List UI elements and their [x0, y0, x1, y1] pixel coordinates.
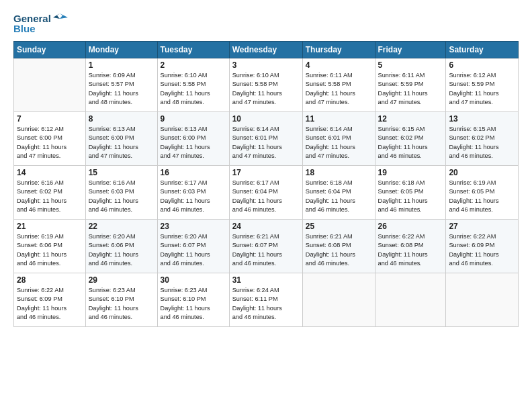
- page-header: General Blue: [13, 12, 519, 34]
- col-header-wednesday: Wednesday: [229, 42, 302, 58]
- day-info: Sunrise: 6:14 AM Sunset: 6:01 PM Dayligh…: [232, 125, 300, 161]
- calendar-cell: 16Sunrise: 6:17 AM Sunset: 6:03 PM Dayli…: [157, 166, 229, 220]
- day-number: 4: [306, 60, 372, 70]
- day-number: 7: [17, 114, 83, 124]
- col-header-sunday: Sunday: [14, 42, 86, 58]
- calendar-week-5: 28Sunrise: 6:22 AM Sunset: 6:09 PM Dayli…: [14, 273, 519, 327]
- day-info: Sunrise: 6:21 AM Sunset: 6:07 PM Dayligh…: [232, 232, 300, 268]
- calendar-cell: 29Sunrise: 6:23 AM Sunset: 6:10 PM Dayli…: [85, 273, 157, 327]
- calendar-week-2: 7Sunrise: 6:12 AM Sunset: 6:00 PM Daylig…: [14, 112, 519, 166]
- day-info: Sunrise: 6:17 AM Sunset: 6:03 PM Dayligh…: [161, 179, 226, 214]
- day-number: 11: [306, 114, 372, 124]
- day-number: 5: [378, 60, 443, 70]
- col-header-thursday: Thursday: [302, 42, 375, 58]
- day-info: Sunrise: 6:14 AM Sunset: 6:01 PM Dayligh…: [306, 125, 372, 161]
- day-number: 27: [449, 222, 515, 231]
- day-number: 17: [232, 168, 300, 177]
- calendar-cell: 8Sunrise: 6:13 AM Sunset: 6:00 PM Daylig…: [85, 112, 157, 166]
- day-number: 23: [161, 222, 226, 231]
- day-number: 28: [17, 275, 83, 285]
- calendar-cell: 10Sunrise: 6:14 AM Sunset: 6:01 PM Dayli…: [229, 112, 302, 166]
- calendar-header-row: SundayMondayTuesdayWednesdayThursdayFrid…: [14, 42, 519, 58]
- day-info: Sunrise: 6:23 AM Sunset: 6:10 PM Dayligh…: [89, 286, 154, 322]
- day-info: Sunrise: 6:12 AM Sunset: 5:59 PM Dayligh…: [449, 71, 515, 107]
- day-info: Sunrise: 6:13 AM Sunset: 6:00 PM Dayligh…: [89, 125, 154, 161]
- col-header-monday: Monday: [85, 42, 157, 58]
- calendar-cell: 5Sunrise: 6:11 AM Sunset: 5:59 PM Daylig…: [375, 58, 446, 112]
- day-number: 14: [17, 168, 83, 177]
- day-info: Sunrise: 6:09 AM Sunset: 5:57 PM Dayligh…: [89, 71, 154, 107]
- day-number: 26: [378, 222, 443, 231]
- calendar-cell: 17Sunrise: 6:17 AM Sunset: 6:04 PM Dayli…: [229, 166, 302, 220]
- day-info: Sunrise: 6:15 AM Sunset: 6:02 PM Dayligh…: [378, 125, 443, 161]
- day-number: 18: [306, 168, 372, 177]
- calendar-cell: 19Sunrise: 6:18 AM Sunset: 6:05 PM Dayli…: [375, 166, 446, 220]
- day-info: Sunrise: 6:15 AM Sunset: 6:02 PM Dayligh…: [449, 125, 515, 161]
- day-number: 12: [378, 114, 443, 124]
- calendar-cell: 9Sunrise: 6:13 AM Sunset: 6:00 PM Daylig…: [157, 112, 229, 166]
- day-number: 19: [378, 168, 443, 177]
- day-number: 21: [17, 222, 83, 231]
- day-info: Sunrise: 6:16 AM Sunset: 6:03 PM Dayligh…: [89, 179, 154, 214]
- calendar-cell: 12Sunrise: 6:15 AM Sunset: 6:02 PM Dayli…: [375, 112, 446, 166]
- day-info: Sunrise: 6:11 AM Sunset: 5:59 PM Dayligh…: [378, 71, 443, 107]
- calendar-cell: 24Sunrise: 6:21 AM Sunset: 6:07 PM Dayli…: [229, 220, 302, 273]
- day-number: 22: [89, 222, 154, 231]
- calendar-cell: 25Sunrise: 6:21 AM Sunset: 6:08 PM Dayli…: [302, 220, 375, 273]
- logo: General Blue: [13, 12, 68, 34]
- col-header-tuesday: Tuesday: [157, 42, 229, 58]
- day-info: Sunrise: 6:22 AM Sunset: 6:09 PM Dayligh…: [449, 232, 515, 268]
- day-info: Sunrise: 6:22 AM Sunset: 6:09 PM Dayligh…: [17, 286, 83, 322]
- calendar-cell: 31Sunrise: 6:24 AM Sunset: 6:11 PM Dayli…: [229, 273, 302, 327]
- calendar-cell: 20Sunrise: 6:19 AM Sunset: 6:05 PM Dayli…: [446, 166, 519, 220]
- day-number: 3: [232, 60, 300, 70]
- calendar-cell: 15Sunrise: 6:16 AM Sunset: 6:03 PM Dayli…: [85, 166, 157, 220]
- calendar-cell: 22Sunrise: 6:20 AM Sunset: 6:06 PM Dayli…: [85, 220, 157, 273]
- logo-blue: Blue: [13, 23, 36, 34]
- svg-marker-1: [53, 13, 60, 19]
- calendar-cell: 4Sunrise: 6:11 AM Sunset: 5:58 PM Daylig…: [302, 58, 375, 112]
- calendar-cell: 7Sunrise: 6:12 AM Sunset: 6:00 PM Daylig…: [14, 112, 86, 166]
- calendar-cell: 14Sunrise: 6:16 AM Sunset: 6:02 PM Dayli…: [14, 166, 86, 220]
- calendar-cell: 13Sunrise: 6:15 AM Sunset: 6:02 PM Dayli…: [446, 112, 519, 166]
- calendar-cell: 6Sunrise: 6:12 AM Sunset: 5:59 PM Daylig…: [446, 58, 519, 112]
- calendar-cell: 2Sunrise: 6:10 AM Sunset: 5:58 PM Daylig…: [157, 58, 229, 112]
- col-header-friday: Friday: [375, 42, 446, 58]
- day-number: 31: [232, 275, 300, 285]
- day-info: Sunrise: 6:12 AM Sunset: 6:00 PM Dayligh…: [17, 125, 83, 161]
- day-number: 6: [449, 60, 515, 70]
- day-number: 25: [306, 222, 372, 231]
- day-info: Sunrise: 6:24 AM Sunset: 6:11 PM Dayligh…: [232, 286, 300, 322]
- day-info: Sunrise: 6:19 AM Sunset: 6:06 PM Dayligh…: [17, 232, 83, 268]
- calendar-cell: 27Sunrise: 6:22 AM Sunset: 6:09 PM Dayli…: [446, 220, 519, 273]
- col-header-saturday: Saturday: [446, 42, 519, 58]
- day-info: Sunrise: 6:19 AM Sunset: 6:05 PM Dayligh…: [449, 179, 515, 214]
- day-info: Sunrise: 6:16 AM Sunset: 6:02 PM Dayligh…: [17, 179, 83, 214]
- day-number: 2: [161, 60, 226, 70]
- day-number: 13: [449, 114, 515, 124]
- svg-marker-0: [60, 13, 68, 19]
- calendar-cell: [302, 273, 375, 327]
- calendar-week-4: 21Sunrise: 6:19 AM Sunset: 6:06 PM Dayli…: [14, 220, 519, 273]
- day-number: 16: [161, 168, 226, 177]
- day-info: Sunrise: 6:18 AM Sunset: 6:05 PM Dayligh…: [378, 179, 443, 214]
- day-info: Sunrise: 6:20 AM Sunset: 6:07 PM Dayligh…: [161, 232, 226, 268]
- day-number: 15: [89, 168, 154, 177]
- day-number: 8: [89, 114, 154, 124]
- day-info: Sunrise: 6:11 AM Sunset: 5:58 PM Dayligh…: [306, 71, 372, 107]
- calendar-cell: 28Sunrise: 6:22 AM Sunset: 6:09 PM Dayli…: [14, 273, 86, 327]
- day-info: Sunrise: 6:10 AM Sunset: 5:58 PM Dayligh…: [161, 71, 226, 107]
- calendar-cell: 21Sunrise: 6:19 AM Sunset: 6:06 PM Dayli…: [14, 220, 86, 273]
- day-number: 10: [232, 114, 300, 124]
- day-info: Sunrise: 6:17 AM Sunset: 6:04 PM Dayligh…: [232, 179, 300, 214]
- day-info: Sunrise: 6:10 AM Sunset: 5:58 PM Dayligh…: [232, 71, 300, 107]
- day-info: Sunrise: 6:18 AM Sunset: 6:04 PM Dayligh…: [306, 179, 372, 214]
- day-number: 20: [449, 168, 515, 177]
- day-number: 29: [89, 275, 154, 285]
- calendar-cell: [446, 273, 519, 327]
- calendar-cell: 1Sunrise: 6:09 AM Sunset: 5:57 PM Daylig…: [85, 58, 157, 112]
- day-info: Sunrise: 6:21 AM Sunset: 6:08 PM Dayligh…: [306, 232, 372, 268]
- day-number: 9: [161, 114, 226, 124]
- day-info: Sunrise: 6:13 AM Sunset: 6:00 PM Dayligh…: [161, 125, 226, 161]
- calendar-cell: 30Sunrise: 6:23 AM Sunset: 6:10 PM Dayli…: [157, 273, 229, 327]
